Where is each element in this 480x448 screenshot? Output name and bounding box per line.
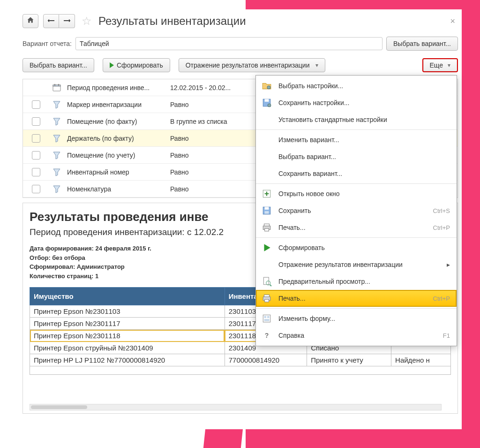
menu-item[interactable]: Сформировать bbox=[256, 239, 457, 256]
filter-operator: В группе из списка bbox=[170, 118, 255, 125]
menu-separator bbox=[256, 237, 457, 238]
menu-item[interactable]: Выбрать настройки... bbox=[256, 77, 457, 94]
filter-name: Номенклатура bbox=[67, 185, 170, 193]
svg-rect-23 bbox=[267, 316, 269, 318]
filter-checkbox[interactable] bbox=[32, 134, 40, 143]
funnel-icon bbox=[46, 184, 67, 194]
table-row[interactable]: Принтер HP LJ P1102 №7700000814920770000… bbox=[30, 354, 451, 366]
variant-input[interactable]: Таблицей bbox=[75, 37, 382, 50]
disk-gear-icon bbox=[262, 98, 272, 108]
back-button[interactable]: 🠔 bbox=[43, 14, 59, 28]
menu-item-label: Изменить форму... bbox=[278, 315, 450, 322]
svg-line-17 bbox=[270, 285, 271, 286]
filter-checkbox[interactable] bbox=[32, 117, 40, 126]
svg-rect-1 bbox=[53, 85, 60, 86]
nav-history-group: 🠔 🠖 bbox=[43, 14, 75, 28]
form-icon bbox=[262, 313, 272, 324]
page-title: Результаты инвентаризации bbox=[98, 15, 246, 28]
filter-name: Маркер инвентаризации bbox=[67, 101, 170, 108]
menu-item[interactable]: Сохранить вариант... bbox=[256, 165, 457, 182]
menu-item[interactable]: Установить стандартные настройки bbox=[256, 111, 457, 128]
menu-item[interactable]: Печать...Ctrl+P bbox=[256, 219, 457, 236]
menu-item-label: Отражение результатов инвентаризации bbox=[278, 261, 440, 268]
variant-value: Таблицей bbox=[80, 40, 109, 47]
svg-rect-6 bbox=[265, 99, 269, 102]
menu-item-label: Предварительный просмотр... bbox=[278, 278, 450, 285]
menu-item[interactable]: СохранитьCtrl+S bbox=[256, 202, 457, 219]
svg-rect-11 bbox=[265, 211, 269, 214]
favorite-star-icon[interactable]: ☆ bbox=[82, 15, 92, 28]
choose-variant-button-top[interactable]: Выбрать вариант... bbox=[386, 37, 458, 51]
funnel-icon bbox=[46, 100, 67, 109]
disk-icon bbox=[262, 205, 272, 216]
filter-operator: Равно bbox=[170, 152, 255, 159]
menu-item[interactable]: Изменить форму... bbox=[256, 310, 457, 327]
menu-item-label: Сформировать bbox=[278, 244, 450, 251]
svg-rect-24 bbox=[264, 319, 270, 321]
filter-checkbox[interactable] bbox=[32, 100, 40, 109]
menu-item-label: Изменить вариант... bbox=[278, 136, 450, 144]
svg-rect-18 bbox=[264, 295, 270, 296]
menu-item-label: Установить стандартные настройки bbox=[278, 116, 450, 123]
svg-rect-14 bbox=[265, 228, 269, 231]
menu-item[interactable]: Сохранить настройки... bbox=[256, 94, 457, 111]
menu-item-label: Печать... bbox=[278, 295, 427, 302]
menu-item[interactable]: Изменить вариант... bbox=[256, 131, 457, 148]
filter-checkbox[interactable] bbox=[32, 151, 40, 159]
filter-operator: Равно bbox=[170, 185, 255, 193]
menu-item[interactable]: ?СправкаF1 bbox=[256, 327, 457, 344]
menu-item-label: Выбрать вариант... bbox=[278, 153, 450, 160]
filter-name: Помещение (по учету) bbox=[67, 152, 170, 159]
filter-name: Инвентарный номер bbox=[67, 168, 170, 176]
filter-checkbox[interactable] bbox=[32, 185, 40, 193]
table-footer-band bbox=[30, 366, 451, 375]
help-icon: ? bbox=[262, 332, 272, 339]
run-report-button[interactable]: Сформировать bbox=[103, 58, 170, 72]
funnel-icon bbox=[46, 117, 67, 126]
home-icon bbox=[27, 16, 34, 26]
funnel-icon bbox=[46, 151, 67, 160]
topbar: 🠔 🠖 ☆ Результаты инвентаризации × bbox=[22, 14, 458, 28]
menu-item-label: Выбрать настройки... bbox=[278, 82, 450, 90]
table-cell: Принтер Epson струйный №2301409 bbox=[30, 342, 225, 354]
table-cell: Принтер Epson №2301118 bbox=[30, 330, 225, 342]
forward-button[interactable]: 🠖 bbox=[59, 14, 75, 28]
variant-label: Вариант отчета: bbox=[22, 40, 72, 47]
reflect-results-button[interactable]: Отражение результатов инвентаризации bbox=[179, 58, 325, 72]
menu-item-label: Сохранить настройки... bbox=[278, 99, 450, 106]
close-button[interactable]: × bbox=[447, 16, 458, 26]
filter-name: Держатель (по факту) bbox=[67, 135, 170, 142]
funnel-icon bbox=[46, 167, 67, 177]
more-menu: Выбрать настройки...Сохранить настройки.… bbox=[255, 75, 457, 346]
plus-icon bbox=[262, 189, 272, 199]
more-button[interactable]: Еще bbox=[422, 58, 458, 72]
menu-separator bbox=[256, 183, 457, 184]
svg-rect-20 bbox=[265, 299, 269, 302]
menu-item-shortcut: Ctrl+P bbox=[433, 295, 450, 302]
menu-item-shortcut: Ctrl+P bbox=[433, 224, 450, 231]
menu-item[interactable]: Отражение результатов инвентаризации bbox=[256, 256, 457, 273]
menu-item[interactable]: Печать...Ctrl+P bbox=[256, 290, 457, 307]
choose-variant-button[interactable]: Выбрать вариант... bbox=[22, 58, 94, 72]
funnel-icon bbox=[46, 134, 67, 143]
filter-name: Период проведения инве... bbox=[67, 84, 170, 91]
menu-item[interactable]: Открыть новое окно bbox=[256, 185, 457, 202]
horizontal-scrollbar[interactable] bbox=[30, 404, 442, 410]
table-cell: Принтер Epson №2301103 bbox=[30, 305, 225, 318]
arrow-right-icon: 🠖 bbox=[63, 17, 71, 25]
filter-operator: 12.02.2015 - 20.02... bbox=[170, 84, 255, 91]
menu-separator bbox=[256, 129, 457, 130]
toolbar: Выбрать вариант... Сформировать Отражени… bbox=[22, 58, 458, 72]
menu-item-label: Открыть новое окно bbox=[278, 190, 450, 197]
menu-item-label: Сохранить вариант... bbox=[278, 170, 450, 177]
menu-item[interactable]: Выбрать вариант... bbox=[256, 148, 457, 165]
home-button[interactable] bbox=[22, 14, 38, 28]
filter-checkbox[interactable] bbox=[32, 168, 40, 176]
filter-name: Помещение (по факту) bbox=[67, 118, 170, 125]
filter-operator: Равно bbox=[170, 168, 255, 176]
table-cell: 7700000814920 bbox=[225, 354, 307, 366]
svg-rect-10 bbox=[265, 207, 269, 210]
scrollbar-thumb[interactable] bbox=[31, 405, 87, 409]
menu-item[interactable]: Предварительный просмотр... bbox=[256, 273, 457, 290]
svg-point-4 bbox=[267, 86, 270, 89]
